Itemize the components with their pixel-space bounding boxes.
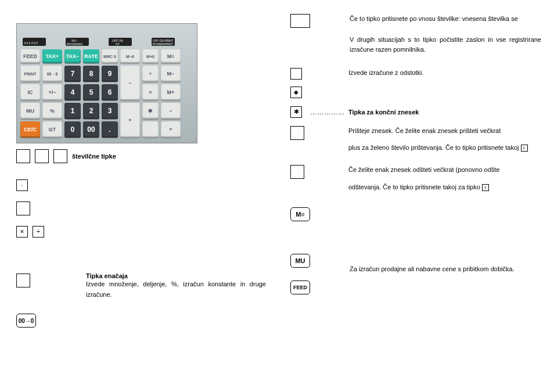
key-00: 00	[83, 121, 99, 138]
key-feed: FEED	[20, 49, 40, 63]
key-m-minus-ii: M−II	[120, 49, 140, 63]
minus-key-icon	[290, 165, 304, 179]
key-tax-plus: TAX+	[42, 49, 62, 63]
tiny-equals-icon-2: ≡	[482, 184, 489, 191]
divide-key-icon: ÷	[33, 226, 44, 238]
placeholder-key-3	[53, 149, 67, 163]
key-3: 3	[102, 103, 118, 119]
key-5: 5	[83, 84, 99, 100]
slider-label-2: 5/4 ↑ ROUNDING	[67, 39, 82, 46]
plus-desc-2-text: plus za želeno število prištevanja. Če t…	[348, 144, 519, 151]
placeholder-key-4	[16, 202, 30, 215]
key-1: 1	[64, 103, 81, 119]
placeholder-key-1	[16, 149, 30, 163]
equals-label: Tipka enačaja	[86, 272, 266, 279]
calculator-photo: A 0 2 4 6 F 5/4 ↑ ROUNDING OFF ON GT OFF…	[16, 23, 197, 143]
key-m-eq: M≡	[161, 49, 181, 63]
key-print: PRINT	[20, 66, 40, 82]
key-0: 0	[64, 121, 81, 138]
key-star: ✱	[142, 103, 159, 119]
tiny-equals-icon: ≡	[521, 145, 528, 152]
diamond-key-icon: ◆	[290, 87, 302, 98]
dots: ……………	[310, 109, 345, 116]
minus-desc-1: Če želite enak znesek odšteti večkrat (p…	[348, 165, 540, 175]
mu-key-icon: MU	[290, 254, 310, 268]
key-tax-minus: TAX−	[64, 49, 81, 63]
percent-key-icon	[290, 68, 302, 80]
key-mrc: MRC II	[102, 49, 118, 63]
key-percent: %	[42, 103, 62, 119]
mu-desc: Za izračun prodajne ali nabavne cene s p…	[350, 264, 541, 275]
cce-desc-1: Če to tipko pritisnete po vnosu številke…	[350, 14, 541, 24]
key-mu: MU	[20, 103, 40, 119]
cce-key-icon	[290, 14, 310, 28]
slider-label-3: OFF ON GT	[112, 39, 123, 46]
left-column: A 0 2 4 6 F 5/4 ↑ ROUNDING OFF ON GT OFF…	[16, 23, 275, 328]
key-gt: GT	[42, 121, 62, 138]
slider-label-4: OFF ON PRINT POWER/PRINT	[153, 39, 173, 46]
minus-desc-2-text: odštevanja. Če to tipko pritisnete takoj…	[348, 184, 480, 190]
key-00-0: 00→0	[42, 66, 62, 82]
key-minus: −	[120, 66, 140, 100]
feed-key-icon: FEED	[290, 280, 310, 294]
mrc-key-icon: M≡	[290, 207, 310, 221]
key-eq: =	[161, 121, 181, 138]
percent-desc: Izvede izračune z odstotki.	[348, 68, 540, 78]
key-plus-minus: +/−	[42, 84, 62, 100]
key-m-minus: M−	[161, 66, 181, 82]
key-mult: ×	[142, 84, 159, 100]
numeric-keys-label: številčne tipke	[72, 153, 116, 160]
key-8: 8	[83, 66, 99, 82]
equals-desc: Izvede množenje, deljenje, %, izračun ko…	[86, 279, 266, 300]
dot-key-icon: ·	[16, 179, 28, 191]
plus-desc-1: Prišteje znesek. Če želite enak znesek p…	[348, 126, 540, 136]
key-cec: CE/C	[20, 121, 40, 138]
equals-key-icon	[16, 274, 30, 287]
key-divide: ÷	[142, 66, 159, 82]
plus-key-icon	[290, 126, 304, 140]
key-eq-small	[142, 121, 159, 138]
key-rate: RATE	[83, 49, 99, 63]
key-plus: +	[120, 103, 140, 138]
key-7: 7	[64, 66, 81, 82]
placeholder-key-2	[35, 149, 49, 163]
minus-desc-2: odštevanja. Če to tipko pritisnete takoj…	[348, 182, 540, 193]
key-ic: IC	[20, 84, 40, 100]
key-dot: .	[102, 121, 118, 138]
slider-label-1: A 0 2 4 6 F	[24, 41, 38, 45]
multiply-key-icon: ×	[16, 226, 28, 238]
key-m-plus-ii: M+II	[142, 49, 159, 63]
key-4: 4	[64, 84, 81, 100]
key-9: 9	[102, 66, 118, 82]
plus-desc-2: plus za želeno število prištevanja. Če t…	[348, 143, 540, 153]
zero-shift-key-icon: 00→0	[16, 314, 36, 328]
star-key-icon: ✱	[290, 106, 302, 118]
star-label: Tipka za končni znesek	[348, 109, 419, 116]
key-minus2: −	[161, 103, 181, 119]
key-6: 6	[102, 84, 118, 100]
right-column: Če to tipko pritisnete po vnosu številke…	[290, 0, 543, 294]
cce-desc-2: V drugih situacijah s to tipko počistite…	[350, 35, 541, 55]
key-m-plus: M+	[161, 84, 181, 100]
key-2: 2	[83, 103, 99, 119]
